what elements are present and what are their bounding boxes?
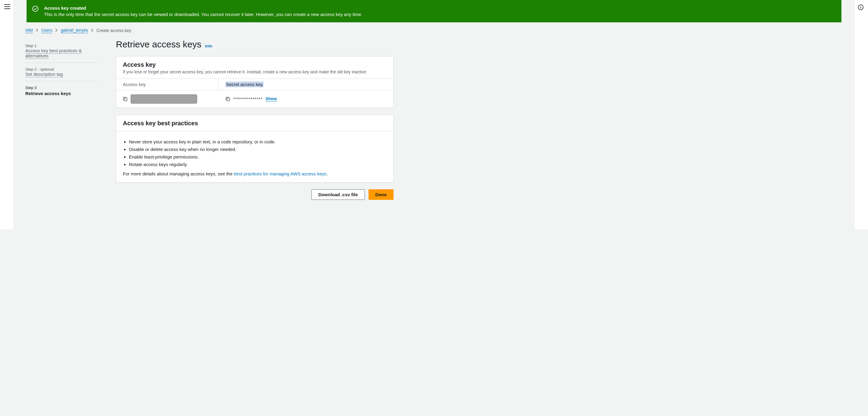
page-title: Retrieve access keys <box>116 39 201 50</box>
list-item: Enable least-privilege permissions. <box>129 154 386 159</box>
step-3-label: Step 3 <box>25 85 98 90</box>
wizard-steps: Step 1 Access key best practices & alter… <box>25 39 98 200</box>
breadcrumb-current: Create access key <box>97 28 131 33</box>
step-1-label: Step 1 <box>25 43 98 48</box>
done-button[interactable]: Done <box>369 189 394 200</box>
step-2-label: Step 2 - optional <box>25 67 98 71</box>
show-secret-link[interactable]: Show <box>266 96 277 102</box>
info-circle-icon[interactable] <box>858 4 864 11</box>
svg-point-6 <box>861 6 861 6</box>
copy-access-key-icon[interactable] <box>123 97 128 101</box>
secret-key-masked: *************** <box>233 97 262 101</box>
breadcrumb-iam[interactable]: IAM <box>25 28 33 33</box>
access-key-title: Access key <box>123 61 386 68</box>
step-2-name: Set description tag <box>25 71 63 77</box>
step-3-name: Retrieve access keys <box>25 91 98 96</box>
breadcrumb-user[interactable]: gabriel_tenyks <box>61 28 88 33</box>
breadcrumb: IAM Users gabriel_tenyks Create access k… <box>25 28 843 33</box>
best-practices-title: Access key best practices <box>123 120 386 127</box>
col-secret-key: Secret access key <box>219 79 270 90</box>
col-access-key: Access key <box>116 79 219 90</box>
success-banner: Access key created This is the only time… <box>27 0 841 22</box>
step-1-name: Access key best practices & alternatives <box>25 48 82 59</box>
step-3: Step 3 Retrieve access keys <box>25 81 98 100</box>
svg-rect-2 <box>124 98 127 101</box>
best-practices-more: For more details about managing access k… <box>123 171 386 176</box>
access-key-desc: If you lose or forget your secret access… <box>123 69 386 74</box>
list-item: Never store your access key in plain tex… <box>129 139 386 144</box>
svg-rect-4 <box>227 98 230 101</box>
breadcrumb-users[interactable]: Users <box>41 28 53 33</box>
download-csv-button[interactable]: Download .csv file <box>311 189 365 200</box>
best-practices-list: Never store your access key in plain tex… <box>129 139 386 167</box>
access-key-card: Access key If you lose or forget your se… <box>116 56 394 108</box>
chevron-right-icon <box>91 28 94 33</box>
hamburger-menu-icon[interactable] <box>4 4 10 10</box>
best-practices-doc-link[interactable]: best practices for managing AWS access k… <box>234 171 327 176</box>
step-1[interactable]: Step 1 Access key best practices & alter… <box>25 39 98 62</box>
banner-title: Access key created <box>44 5 363 10</box>
info-link[interactable]: Info <box>205 44 212 48</box>
banner-message: This is the only time that the secret ac… <box>44 12 363 17</box>
copy-secret-key-icon[interactable] <box>225 97 230 101</box>
chevron-right-icon <box>55 28 58 33</box>
chevron-right-icon <box>36 28 38 33</box>
list-item: Rotate access keys regularly. <box>129 162 386 167</box>
check-circle-icon <box>32 5 39 13</box>
list-item: Disable or delete access key when no lon… <box>129 147 386 152</box>
access-key-value-redacted <box>131 94 197 103</box>
svg-point-0 <box>33 6 38 11</box>
best-practices-card: Access key best practices Never store yo… <box>116 115 394 183</box>
step-2[interactable]: Step 2 - optional Set description tag <box>25 62 98 81</box>
svg-rect-7 <box>861 7 861 8</box>
